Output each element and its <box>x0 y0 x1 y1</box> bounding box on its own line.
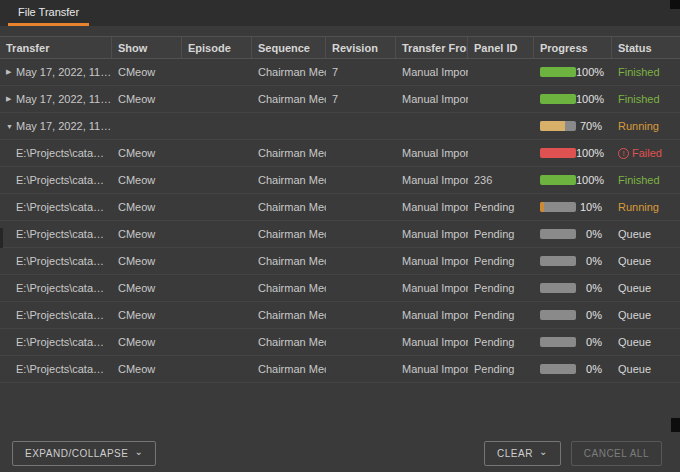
cell-episode <box>182 140 252 166</box>
status-label: Running <box>618 201 659 213</box>
cell-transfer-from: Manual Import <box>396 194 468 220</box>
transfer-label: May 17, 2022, 11:24 <box>16 120 112 132</box>
cell-show: CMeow <box>112 302 182 328</box>
column-header-show[interactable]: Show <box>112 37 182 58</box>
progress-label: 10% <box>576 201 612 213</box>
table-row[interactable]: E:\Projects\cata… CMeow Chairman Meow Ma… <box>0 194 680 221</box>
column-header-panel-id[interactable]: Panel ID <box>468 37 534 58</box>
tab-file-transfer[interactable]: File Transfer <box>8 0 89 26</box>
expander-icon[interactable]: ▶ <box>6 95 16 103</box>
cell-transfer: E:\Projects\cata… <box>0 302 112 328</box>
table-row[interactable]: ▼ May 17, 2022, 11:24 70% ! Running <box>0 113 680 140</box>
column-header-transfer-from[interactable]: Transfer From <box>396 37 468 58</box>
cell-transfer-from: Manual Import <box>396 86 468 112</box>
clear-button[interactable]: CLEAR ⌄ <box>484 441 561 466</box>
cell-status: ! Queue <box>612 302 680 328</box>
cell-transfer-from: Manual Import <box>396 167 468 193</box>
progress-label: 0% <box>576 309 612 321</box>
status-label: Queue <box>618 309 651 321</box>
table-row[interactable]: E:\Projects\cata… CMeow Chairman Meow Ma… <box>0 302 680 329</box>
expand-collapse-button[interactable]: EXPAND/COLLAPSE ⌄ <box>12 441 156 466</box>
progress-fill <box>540 121 565 131</box>
cell-episode <box>182 86 252 112</box>
cell-panel-id <box>468 86 534 112</box>
cell-status: ! Queue <box>612 329 680 355</box>
status-label: Failed <box>632 147 662 159</box>
cell-revision <box>326 356 396 382</box>
column-header-status[interactable]: Status <box>612 37 680 58</box>
table-row[interactable]: ▶ May 17, 2022, 11:06 CMeow Chairman Meo… <box>0 86 680 113</box>
cell-progress: 100% <box>534 167 612 193</box>
cell-sequence: Chairman Meow <box>252 356 326 382</box>
column-header-progress[interactable]: Progress <box>534 37 612 58</box>
transfer-label: E:\Projects\cata… <box>16 309 104 321</box>
cell-transfer-from: Manual Import <box>396 302 468 328</box>
column-header-revision[interactable]: Revision <box>326 37 396 58</box>
progress-fill <box>540 202 544 212</box>
cell-progress: 10% <box>534 194 612 220</box>
table-row[interactable]: E:\Projects\cata… CMeow Chairman Meow Ma… <box>0 248 680 275</box>
table-row[interactable]: E:\Projects\cata… CMeow Chairman Meow Ma… <box>0 329 680 356</box>
cell-transfer: E:\Projects\cata… <box>0 221 112 247</box>
cancel-all-label: CANCEL ALL <box>584 448 649 459</box>
cell-sequence: Chairman Meow <box>252 194 326 220</box>
progress-bar <box>540 283 576 293</box>
transfer-label: E:\Projects\cata… <box>16 255 104 267</box>
transfer-label: E:\Projects\cata… <box>16 282 104 294</box>
column-header-sequence[interactable]: Sequence <box>252 37 326 58</box>
column-header-episode[interactable]: Episode <box>182 37 252 58</box>
cell-panel-id: Pending <box>468 329 534 355</box>
cell-show: CMeow <box>112 221 182 247</box>
progress-label: 0% <box>576 282 612 294</box>
cancel-all-button[interactable]: CANCEL ALL <box>571 441 662 466</box>
cell-transfer: ▶ May 17, 2022, 11:06 <box>0 59 112 85</box>
status-label: Running <box>618 120 659 132</box>
cell-progress: 0% <box>534 221 612 247</box>
cell-panel-id: Pending <box>468 275 534 301</box>
cell-revision <box>326 302 396 328</box>
window-edge-artifact <box>670 0 680 9</box>
cell-sequence: Chairman Meow <box>252 221 326 247</box>
expander-icon[interactable]: ▼ <box>6 123 16 130</box>
column-header-transfer[interactable]: Transfer <box>0 37 112 58</box>
progress-label: 0% <box>576 228 612 240</box>
status-label: Finished <box>618 93 660 105</box>
status-label: Finished <box>618 66 660 78</box>
expander-icon[interactable]: ▶ <box>6 68 16 76</box>
table-row[interactable]: E:\Projects\cata… CMeow Chairman Meow Ma… <box>0 275 680 302</box>
cell-revision <box>326 248 396 274</box>
table-row[interactable]: ▶ May 17, 2022, 11:06 CMeow Chairman Meo… <box>0 59 680 86</box>
transfer-label: E:\Projects\cata… <box>16 174 104 186</box>
table-row[interactable]: E:\Projects\cata… CMeow Chairman Meow Ma… <box>0 356 680 383</box>
table-row[interactable]: E:\Projects\cata… CMeow Chairman Meow Ma… <box>0 221 680 248</box>
cell-status: ! Finished <box>612 59 680 85</box>
cell-transfer-from: Manual Import <box>396 140 468 166</box>
progress-fill <box>540 175 576 185</box>
transfer-table: Transfer Show Episode Sequence Revision … <box>0 26 680 434</box>
status-label: Queue <box>618 363 651 375</box>
transfer-label: E:\Projects\cata… <box>16 336 104 348</box>
progress-bar <box>540 256 576 266</box>
cell-panel-id: 236 <box>468 167 534 193</box>
progress-label: 100% <box>576 174 612 186</box>
cell-transfer-from: Manual Import <box>396 59 468 85</box>
cell-transfer-from: Manual Import <box>396 356 468 382</box>
progress-bar <box>540 94 576 104</box>
cell-sequence: Chairman Meow <box>252 329 326 355</box>
cell-status: ! Finished <box>612 86 680 112</box>
progress-bar <box>540 310 576 320</box>
cell-transfer-from: Manual Import <box>396 248 468 274</box>
table-row[interactable]: E:\Projects\cata… CMeow Chairman Meow Ma… <box>0 167 680 194</box>
cell-episode <box>182 356 252 382</box>
cell-transfer: E:\Projects\cata… <box>0 275 112 301</box>
transfer-label: E:\Projects\cata… <box>16 228 104 240</box>
cell-transfer: E:\Projects\cata… <box>0 194 112 220</box>
cell-transfer-from: Manual Import <box>396 329 468 355</box>
table-row[interactable]: E:\Projects\cata… CMeow Chairman Meow Ma… <box>0 140 680 167</box>
cell-episode <box>182 194 252 220</box>
cell-show: CMeow <box>112 86 182 112</box>
cell-progress: 100% <box>534 140 612 166</box>
transfer-label: E:\Projects\cata… <box>16 363 104 375</box>
cell-revision: 7 <box>326 86 396 112</box>
chevron-down-icon: ⌄ <box>134 449 143 455</box>
